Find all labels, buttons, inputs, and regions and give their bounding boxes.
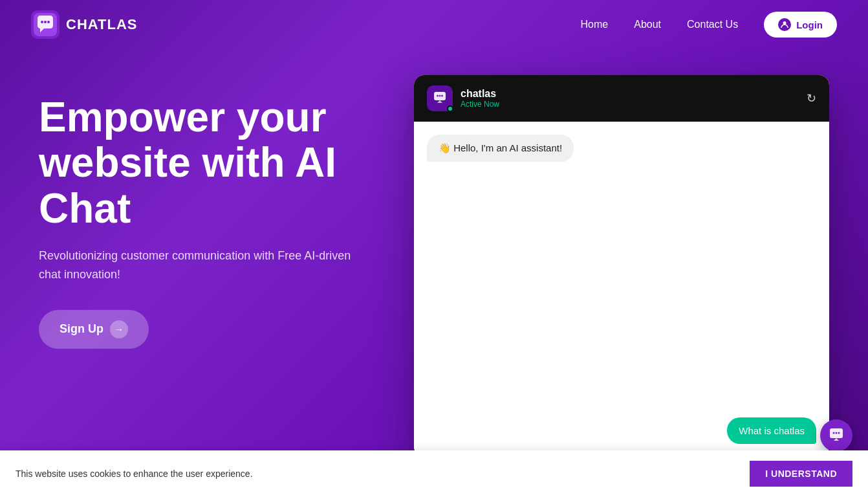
floating-chat-icon [829,426,844,445]
chat-header-left: chatlas Active Now [427,85,499,111]
cookie-message: This website uses cookies to enhance the… [16,469,253,479]
arrow-icon: → [110,320,128,338]
bot-greeting-text: 👋 Hello, I'm an AI assistant! [439,142,562,154]
understand-button[interactable]: I UNDERSTAND [750,461,852,487]
person-icon [778,18,791,31]
svg-point-2 [41,21,43,23]
navbar: CHATLAS Home About Contact Us Login [0,0,868,49]
logo-area[interactable]: CHATLAS [31,10,137,39]
chat-bot-name: chatlas [461,88,499,100]
svg-point-12 [836,432,838,434]
chat-status: Active Now [461,100,499,109]
hero-section: Empower your website with AI Chat Revolu… [0,49,868,457]
signup-label: Sign Up [60,322,103,336]
hero-title: Empower your website with AI Chat [39,94,375,231]
login-label: Login [796,19,823,30]
status-dot [447,105,453,112]
chat-header: chatlas Active Now ↻ [414,75,829,122]
svg-point-13 [838,432,840,434]
logo-icon [31,10,60,39]
cookie-banner: This website uses cookies to enhance the… [0,450,868,497]
svg-point-7 [437,94,439,96]
nav-about[interactable]: About [634,19,661,30]
svg-point-11 [833,432,835,434]
login-button[interactable]: Login [764,12,837,38]
hero-left: Empower your website with AI Chat Revolu… [39,75,375,349]
chat-avatar [427,85,453,111]
floating-chat-button[interactable] [820,419,852,452]
chat-widget: chatlas Active Now ↻ 👋 Hello, I'm an AI … [414,75,829,457]
bot-greeting-bubble: 👋 Hello, I'm an AI assistant! [427,135,574,162]
signup-button[interactable]: Sign Up → [39,310,149,349]
hero-subtitle: Revolutionizing customer communication w… [39,247,375,284]
nav-links: Home About Contact Us Login [581,12,837,38]
nav-home[interactable]: Home [581,19,609,30]
brand-name: CHATLAS [66,16,137,33]
user-message-text: What is chatlas [739,425,805,436]
svg-point-8 [439,94,441,96]
chat-body: 👋 Hello, I'm an AI assistant! What is ch… [414,122,829,457]
refresh-button[interactable]: ↻ [807,91,816,105]
svg-point-9 [441,94,443,96]
svg-point-3 [44,21,47,23]
chat-info: chatlas Active Now [461,88,499,109]
nav-contact[interactable]: Contact Us [687,19,738,30]
chat-avatar-icon [433,90,447,107]
user-message-bubble: What is chatlas [727,417,816,444]
svg-point-4 [47,21,50,23]
